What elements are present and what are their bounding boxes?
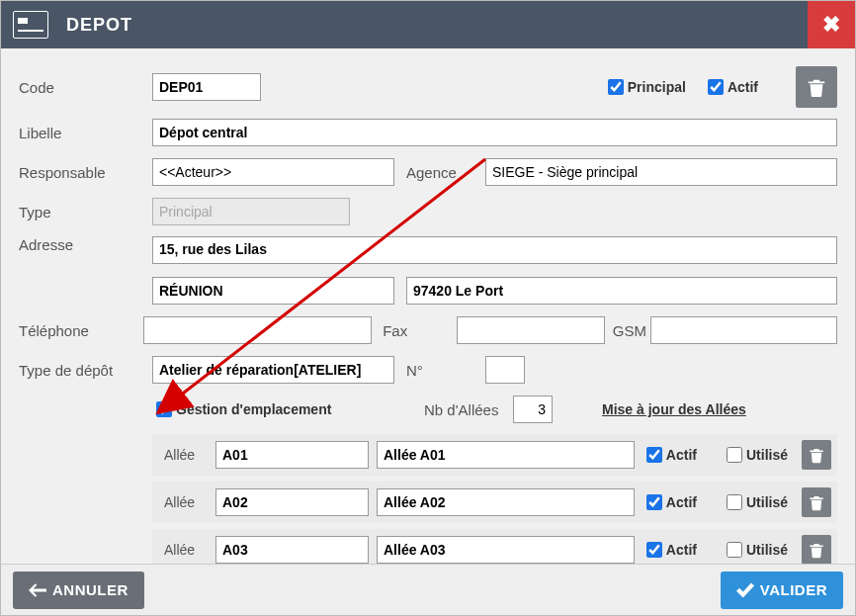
maj-allees-link[interactable]: Mise à jour des Allées [602, 401, 746, 417]
label-type: Type [19, 204, 152, 220]
allee-actif-label[interactable]: Actif [642, 491, 697, 513]
label-nballees: Nb d'Allées [424, 401, 513, 418]
label-telephone: Téléphone [19, 322, 143, 339]
type-select: Principal [152, 198, 350, 225]
label-agence: Agence [406, 164, 485, 181]
allee-label: Allée [158, 494, 208, 510]
cancel-button[interactable]: ANNULER [13, 572, 144, 609]
delete-button[interactable] [796, 66, 837, 108]
allee-code-input[interactable] [215, 441, 369, 469]
allee-label: Allée [158, 542, 208, 558]
back-arrow-icon [29, 583, 46, 597]
nballees-input[interactable] [513, 396, 553, 423]
allee-label-input[interactable] [377, 441, 635, 469]
actif-checkbox-label[interactable]: Actif [704, 76, 758, 98]
principal-checkbox-label[interactable]: Principal [604, 76, 686, 98]
allee-actif-label[interactable]: Actif [642, 444, 697, 466]
allee-utilise-checkbox[interactable] [727, 447, 742, 463]
cp-ville-input[interactable] [406, 277, 837, 305]
allee-delete-button[interactable] [802, 487, 831, 517]
adresse-textarea[interactable] [152, 236, 837, 264]
label-fax: Fax [383, 322, 457, 339]
allees-container: AlléeActifUtiliséAlléeActifUtiliséAlléeA… [152, 434, 837, 564]
allee-label-input[interactable] [377, 536, 635, 564]
code-input[interactable] [152, 73, 261, 101]
allee-utilise-label[interactable]: Utilisé [723, 539, 788, 561]
actif-checkbox[interactable] [708, 79, 724, 95]
form-body: Code Principal Actif Libelle Responsable [1, 48, 855, 564]
allee-utilise-checkbox[interactable] [727, 494, 742, 510]
allee-row: AlléeActifUtilisé [152, 434, 837, 476]
form-icon [13, 11, 48, 39]
gestion-emplacement-label[interactable]: Gestion d'emplacement [152, 398, 394, 420]
gsm-input[interactable] [650, 316, 837, 344]
allee-utilise-label[interactable]: Utilisé [723, 491, 788, 513]
responsable-select[interactable]: <<Acteur>> [152, 158, 394, 186]
close-icon: ✖ [822, 12, 840, 38]
trash-icon [808, 541, 825, 559]
fax-input[interactable] [457, 316, 605, 344]
depot-dialog: DEPOT ✖ Code Principal Actif Lib [0, 0, 856, 616]
label-code: Code [19, 79, 152, 96]
allee-delete-button[interactable] [802, 535, 831, 564]
allee-actif-checkbox[interactable] [646, 447, 662, 463]
gestion-emplacement-checkbox[interactable] [156, 401, 172, 417]
label-libelle: Libelle [19, 125, 152, 141]
ile-select[interactable]: RÉUNION [152, 277, 394, 305]
footer: ANNULER VALIDER [1, 564, 855, 615]
label-numero: N° [406, 362, 485, 379]
trash-icon [808, 493, 825, 511]
allee-label-input[interactable] [377, 488, 635, 516]
principal-checkbox[interactable] [608, 79, 624, 95]
telephone-input[interactable] [143, 316, 371, 344]
allee-row: AlléeActifUtilisé [152, 529, 837, 564]
numero-input[interactable] [485, 356, 525, 384]
allee-code-input[interactable] [215, 488, 369, 516]
allee-actif-label[interactable]: Actif [642, 539, 697, 561]
label-gsm: GSM [609, 322, 650, 339]
allee-label: Allée [158, 447, 208, 463]
allee-delete-button[interactable] [802, 440, 831, 470]
agence-select[interactable]: SIEGE - Siège principal [485, 158, 837, 186]
trash-icon [808, 446, 825, 464]
validate-button[interactable]: VALIDER [721, 572, 843, 609]
allee-utilise-checkbox[interactable] [727, 542, 742, 558]
label-adresse: Adresse [19, 236, 152, 253]
label-typedepot: Type de dépôt [19, 362, 152, 379]
check-icon [736, 582, 754, 598]
close-button[interactable]: ✖ [808, 1, 855, 48]
titlebar: DEPOT ✖ [1, 1, 855, 48]
typedepot-select[interactable]: Atelier de réparation[ATELIER] [152, 356, 394, 384]
allee-actif-checkbox[interactable] [646, 494, 662, 510]
trash-icon [806, 76, 827, 98]
allee-code-input[interactable] [215, 536, 369, 564]
allee-row: AlléeActifUtilisé [152, 482, 837, 523]
libelle-input[interactable] [152, 119, 837, 146]
allee-utilise-label[interactable]: Utilisé [723, 444, 788, 466]
window-title: DEPOT [66, 15, 132, 36]
allee-actif-checkbox[interactable] [646, 542, 662, 558]
label-responsable: Responsable [19, 164, 152, 181]
